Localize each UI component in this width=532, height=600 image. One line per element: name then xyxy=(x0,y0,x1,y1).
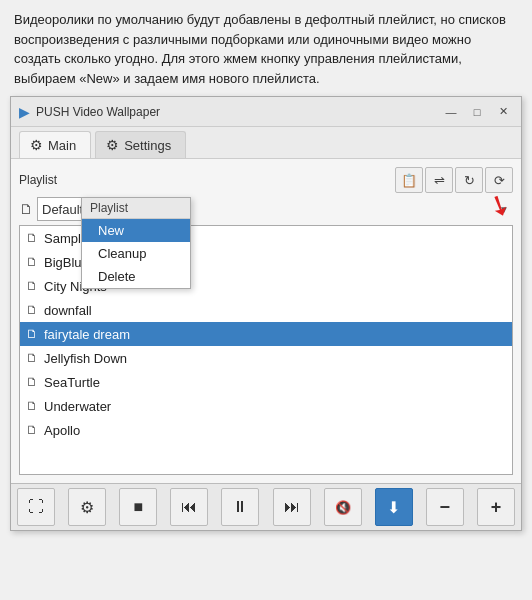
playlist-file-icon: 🗋 xyxy=(19,201,33,217)
app-icon: ▶ xyxy=(19,104,30,120)
settings-button[interactable]: ⚙ xyxy=(68,488,106,526)
video-item[interactable]: 🗋fairytale dream xyxy=(20,322,512,346)
tab-settings[interactable]: ⚙ Settings xyxy=(95,131,186,158)
mute-icon: 🔇 xyxy=(335,500,351,515)
video-file-icon: 🗋 xyxy=(26,375,38,389)
video-item[interactable]: 🗋Underwater xyxy=(20,394,512,418)
tab-settings-icon: ⚙ xyxy=(106,137,119,153)
video-file-icon: 🗋 xyxy=(26,423,38,437)
manage-playlist-button[interactable]: 📋 xyxy=(395,167,423,193)
video-item-label: Apollo xyxy=(44,423,80,438)
mute-button[interactable]: 🔇 xyxy=(324,488,362,526)
video-item[interactable]: 🗋Apollo xyxy=(20,418,512,442)
dropdown-popup-title: Playlist xyxy=(82,198,190,219)
close-button[interactable]: ✕ xyxy=(491,102,515,122)
video-item-label: SeaTurtle xyxy=(44,375,100,390)
playlist-header-row: Playlist 📋 ⇌ ↻ ⟳ xyxy=(19,167,513,193)
dropdown-item-new[interactable]: New xyxy=(82,219,190,242)
pause-icon: ⏸ xyxy=(232,498,248,516)
video-item-label: Underwater xyxy=(44,399,111,414)
dropdown-popup: Playlist New Cleanup Delete xyxy=(81,197,191,289)
bottom-toolbar: ⛶ ⚙ ■ ⏮ ⏸ ⏭ 🔇 ⬇ − + xyxy=(11,483,521,530)
title-bar-buttons: — □ ✕ xyxy=(439,102,515,122)
download-icon: ⬇ xyxy=(387,498,400,517)
volume-down-button[interactable]: − xyxy=(426,488,464,526)
reset-button[interactable]: ⟳ xyxy=(485,167,513,193)
content-area: Playlist 📋 ⇌ ↻ ⟳ 🗋 Default ▼ ➘ Playlist xyxy=(11,159,521,483)
title-bar-left: ▶ PUSH Video Wallpaper xyxy=(19,104,160,120)
title-bar: ▶ PUSH Video Wallpaper — □ ✕ xyxy=(11,97,521,127)
maximize-button[interactable]: □ xyxy=(465,102,489,122)
video-item[interactable]: 🗋downfall xyxy=(20,298,512,322)
playlist-select-row: 🗋 Default ▼ ➘ Playlist New Cleanup Delet… xyxy=(19,197,513,221)
video-item[interactable]: 🗋SeaTurtle xyxy=(20,370,512,394)
playlist-label: Playlist xyxy=(19,173,57,187)
prev-icon: ⏮ xyxy=(181,498,197,516)
fullscreen-button[interactable]: ⛶ xyxy=(17,488,55,526)
stop-icon: ■ xyxy=(133,498,143,516)
playlist-controls: 📋 ⇌ ↻ ⟳ xyxy=(395,167,513,193)
description-text: Видеоролики по умолчанию будут добавлены… xyxy=(0,0,532,96)
tab-bar: ⚙ Main ⚙ Settings xyxy=(11,127,521,159)
chevron-down-icon: ▼ xyxy=(499,204,509,215)
dropdown-item-cleanup[interactable]: Cleanup xyxy=(82,242,190,265)
tab-main-icon: ⚙ xyxy=(30,137,43,153)
description-paragraph: Видеоролики по умолчанию будут добавлены… xyxy=(14,12,506,86)
repeat-button[interactable]: ↻ xyxy=(455,167,483,193)
video-item-label: fairytale dream xyxy=(44,327,130,342)
application-window: ▶ PUSH Video Wallpaper — □ ✕ ⚙ Main ⚙ Se… xyxy=(10,96,522,531)
video-item[interactable]: 🗋Jellyfish Down xyxy=(20,346,512,370)
volume-up-icon: + xyxy=(491,497,502,518)
pause-button[interactable]: ⏸ xyxy=(221,488,259,526)
window-title: PUSH Video Wallpaper xyxy=(36,105,160,119)
video-item-label: Jellyfish Down xyxy=(44,351,127,366)
video-file-icon: 🗋 xyxy=(26,231,38,245)
next-icon: ⏭ xyxy=(284,498,300,516)
volume-up-button[interactable]: + xyxy=(477,488,515,526)
fullscreen-icon: ⛶ xyxy=(28,498,44,516)
next-button[interactable]: ⏭ xyxy=(273,488,311,526)
download-button[interactable]: ⬇ xyxy=(375,488,413,526)
minimize-button[interactable]: — xyxy=(439,102,463,122)
tab-main-label: Main xyxy=(48,138,76,153)
video-file-icon: 🗋 xyxy=(26,399,38,413)
video-file-icon: 🗋 xyxy=(26,255,38,269)
gear-icon: ⚙ xyxy=(80,498,94,517)
tab-main[interactable]: ⚙ Main xyxy=(19,131,91,158)
stop-button[interactable]: ■ xyxy=(119,488,157,526)
video-file-icon: 🗋 xyxy=(26,351,38,365)
video-file-icon: 🗋 xyxy=(26,327,38,341)
video-file-icon: 🗋 xyxy=(26,303,38,317)
shuffle-button[interactable]: ⇌ xyxy=(425,167,453,193)
volume-down-icon: − xyxy=(440,497,451,518)
video-file-icon: 🗋 xyxy=(26,279,38,293)
prev-button[interactable]: ⏮ xyxy=(170,488,208,526)
tab-settings-label: Settings xyxy=(124,138,171,153)
dropdown-item-delete[interactable]: Delete xyxy=(82,265,190,288)
video-item-label: downfall xyxy=(44,303,92,318)
